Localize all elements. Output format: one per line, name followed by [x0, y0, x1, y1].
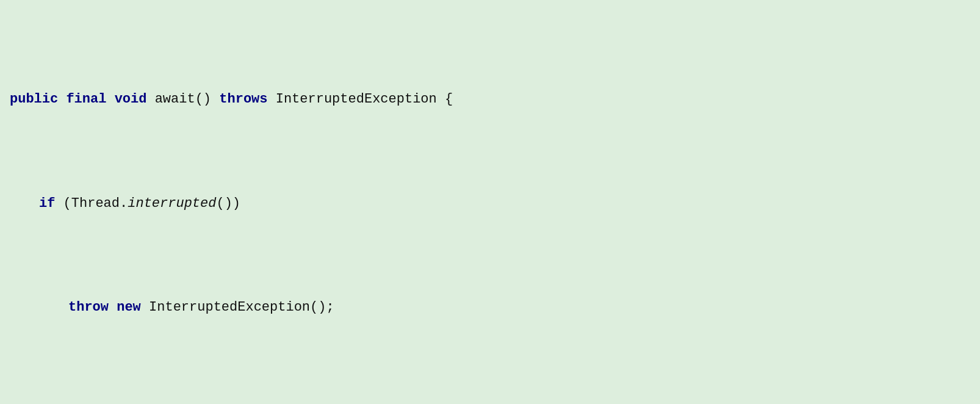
line-2: if (Thread.interrupted()) [10, 193, 970, 214]
line-1: public final void await() throws Interru… [10, 89, 970, 110]
line-3: throw new InterruptedException(); [10, 297, 970, 318]
line-4: Node node = addConditionWaiter(); [10, 402, 970, 404]
method-interrupted: interrupted [128, 196, 216, 211]
keyword-throw: throw [68, 300, 109, 315]
keyword-final: final [66, 92, 106, 107]
keyword-new: new [117, 300, 141, 315]
keyword-throws: throws [219, 92, 267, 107]
keyword-public: public [10, 92, 58, 107]
code-block: public final void await() throws Interru… [10, 6, 970, 404]
keyword-if-1: if [39, 196, 55, 211]
keyword-void: void [115, 92, 147, 107]
